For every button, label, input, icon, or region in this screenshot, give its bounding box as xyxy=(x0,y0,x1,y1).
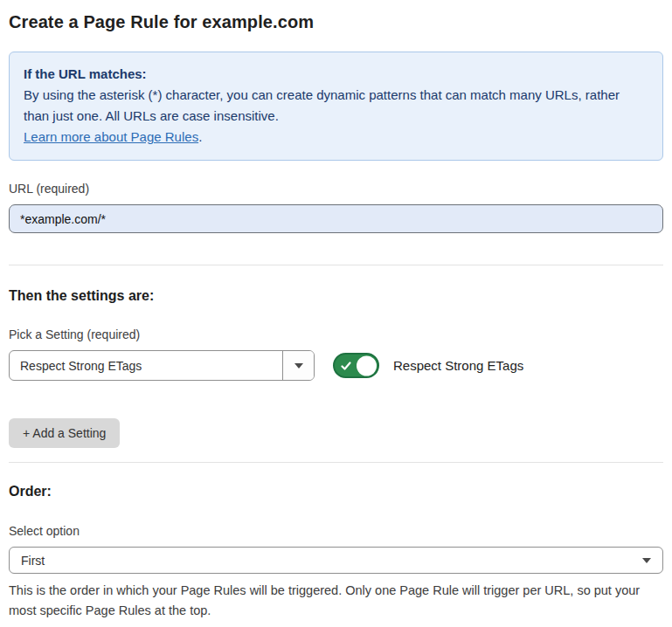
info-box-body: By using the asterisk (*) character, you… xyxy=(24,85,648,127)
setting-select[interactable]: Respect Strong ETags xyxy=(9,350,315,381)
create-page-rule-panel: Create a Page Rule for example.com If th… xyxy=(0,0,672,627)
order-section: Order: Select option First This is the o… xyxy=(9,483,663,621)
url-field-label: URL (required) xyxy=(9,181,663,196)
order-select-label: Select option xyxy=(9,523,663,539)
chevron-down-icon xyxy=(294,363,303,369)
divider xyxy=(9,462,663,463)
url-input[interactable] xyxy=(9,204,663,233)
page-title: Create a Page Rule for example.com xyxy=(9,10,663,33)
add-setting-button[interactable]: + Add a Setting xyxy=(9,418,120,448)
url-match-info-box: If the URL matches: By using the asteris… xyxy=(9,52,663,161)
order-help-text: This is the order in which your Page Rul… xyxy=(9,581,660,621)
url-field-group: URL (required) xyxy=(9,181,663,233)
info-box-link-line: Learn more about Page Rules. xyxy=(24,129,202,144)
setting-row: Respect Strong ETags Respect Strong ETag… xyxy=(9,350,663,381)
setting-toggle[interactable] xyxy=(333,353,379,378)
link-suffix: . xyxy=(198,129,202,144)
order-select-value: First xyxy=(21,554,45,568)
settings-section: Then the settings are: Pick a Setting (r… xyxy=(9,287,663,448)
order-select[interactable]: First xyxy=(9,547,663,574)
checkmark-icon xyxy=(341,361,351,371)
setting-select-arrow-cell[interactable] xyxy=(282,351,314,380)
setting-select-value: Respect Strong ETags xyxy=(10,351,282,380)
divider xyxy=(9,265,663,265)
learn-more-link[interactable]: Learn more about Page Rules xyxy=(24,129,198,144)
info-box-heading: If the URL matches: xyxy=(24,64,648,85)
toggle-knob xyxy=(357,355,377,376)
setting-toggle-label: Respect Strong ETags xyxy=(393,358,523,373)
pick-setting-label: Pick a Setting (required) xyxy=(9,327,663,342)
settings-heading: Then the settings are: xyxy=(9,287,663,305)
order-heading: Order: xyxy=(9,483,663,500)
chevron-down-icon xyxy=(642,558,651,563)
